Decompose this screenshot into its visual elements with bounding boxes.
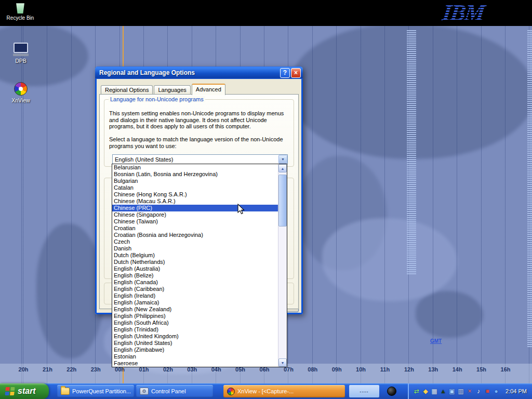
recycle-bin-icon[interactable]: Recycle Bin <box>4 2 36 21</box>
tray-icon-volume[interactable]: ♪ <box>475 383 482 399</box>
language-option[interactable]: Faeroese <box>112 360 278 367</box>
recycle-bin-label: Recycle Bin <box>4 15 36 21</box>
tab[interactable]: Advanced <box>192 84 225 95</box>
language-option[interactable]: Czech <box>112 238 278 245</box>
language-non-unicode-groupbox: Language for non-Unicode programs This s… <box>104 99 294 167</box>
hour-label: 09h <box>332 366 342 373</box>
edge-hatch-band <box>527 30 532 347</box>
combobox-value: English (United States) <box>115 156 174 163</box>
task-button-icon <box>61 388 70 395</box>
language-option[interactable]: English (Philippines) <box>112 313 278 320</box>
task-button-label: Control Panel <box>151 388 186 394</box>
disc-icon <box>387 387 396 396</box>
tray-icon-antivirus[interactable]: × <box>466 383 473 399</box>
task-button-icon <box>227 388 235 395</box>
dialog-title: Regional and Language Options <box>99 69 279 76</box>
help-button[interactable]: ? <box>280 68 290 78</box>
hour-label: 10h <box>356 366 366 373</box>
language-dropdown-list: BelarusianBosnian (Latin, Bosnia and Her… <box>112 164 287 367</box>
language-option[interactable]: Estonian <box>112 353 278 360</box>
language-option[interactable]: Belarusian <box>112 164 278 171</box>
language-option[interactable]: English (Trinidad) <box>112 326 278 333</box>
ibm-logo-stripes <box>443 0 484 26</box>
tray-icon-blue-app[interactable]: ● <box>493 383 500 399</box>
tab-strip: Regional OptionsLanguagesAdvanced <box>101 84 227 95</box>
start-button[interactable]: start <box>0 383 49 399</box>
scroll-down-icon[interactable]: ▼ <box>278 358 287 367</box>
close-button[interactable]: × <box>291 68 301 78</box>
task-button[interactable]: XnView - [<Capture-... <box>223 385 345 397</box>
hour-label: 15h <box>476 366 486 373</box>
language-option[interactable]: Chinese (Taiwan) <box>112 218 278 225</box>
language-option[interactable]: Danish <box>112 245 278 252</box>
language-option[interactable]: Chinese (Hong Kong S.A.R.) <box>112 191 278 198</box>
task-button-icon <box>140 388 149 395</box>
hour-label: 16h <box>501 366 511 373</box>
clock[interactable]: 2:04 PM <box>506 388 527 394</box>
language-option[interactable]: Dutch (Netherlands) <box>112 259 278 265</box>
tray-icon-up[interactable]: ▲ <box>440 383 447 399</box>
dialog-titlebar[interactable]: Regional and Language Options ? × <box>95 66 303 79</box>
scroll-up-icon[interactable]: ▲ <box>278 164 287 172</box>
language-option[interactable]: Chinese (PRC) <box>112 205 278 211</box>
tray-icons: ⇄◆▦▲▣▥×♪■● <box>413 383 500 399</box>
hour-label: 08h <box>308 366 317 373</box>
combobox-dropdown-arrow-icon[interactable]: ▼ <box>278 155 287 164</box>
language-option[interactable]: English (Australia) <box>112 265 278 272</box>
language-option[interactable]: English (United Kingdom) <box>112 333 278 340</box>
hour-label: 23h <box>91 366 101 373</box>
desktop-icon-dpb[interactable]: DPB <box>4 43 37 64</box>
recycle-bin-glyph <box>16 2 25 14</box>
xnview-icon <box>14 82 28 96</box>
language-option[interactable]: English (New Zealand) <box>112 306 278 313</box>
toolbar-overflow-button[interactable]: ---- <box>349 385 379 397</box>
ibm-logo: IBM <box>443 0 484 26</box>
language-option[interactable]: English (Belize) <box>112 272 278 279</box>
tray-icon-network[interactable]: ▣ <box>448 383 456 399</box>
quick-launch-segment[interactable] <box>382 385 401 397</box>
language-option[interactable]: English (South Africa) <box>112 320 278 326</box>
language-combobox[interactable]: English (United States) ▼ <box>112 154 288 164</box>
system-tray: ⇄◆▦▲▣▥×♪■● 2:04 PM <box>408 383 532 399</box>
groupbox-instruction: Select a language to match the language … <box>109 136 290 149</box>
language-option[interactable]: Croatian (Bosnia and Herzegovina) <box>112 232 278 238</box>
tray-icon-keyboard[interactable]: ▦ <box>431 383 438 399</box>
desktop-icon-label: DPB <box>4 58 37 64</box>
desktop-icon-label: XnView <box>4 97 37 103</box>
windows-flag-icon <box>5 387 15 395</box>
scrollbar-thumb[interactable] <box>278 175 287 227</box>
groupbox-description: This system setting enables non-Unicode … <box>109 110 290 130</box>
language-option[interactable]: English (Jamaica) <box>112 299 278 306</box>
language-option[interactable]: Catalan <box>112 184 278 191</box>
task-button[interactable]: Control Panel <box>136 385 213 397</box>
language-option[interactable]: Chinese (Macau S.A.R.) <box>112 198 278 205</box>
language-option[interactable]: English (Caribbean) <box>112 286 278 292</box>
task-button[interactable]: PowerQuest Partition... <box>57 385 134 397</box>
hour-label: 20h <box>19 366 29 373</box>
gmt-label: GMT <box>430 338 442 344</box>
task-buttons: PowerQuest Partition... Control Panel Xn… <box>49 383 345 399</box>
language-option[interactable]: Dutch (Belgium) <box>112 252 278 259</box>
language-option[interactable]: English (Canada) <box>112 279 278 286</box>
language-option[interactable]: English (United States) <box>112 340 278 347</box>
tray-icon-alert[interactable]: ◆ <box>422 383 429 399</box>
hour-label: 12h <box>404 366 414 373</box>
language-option[interactable]: Chinese (Singapore) <box>112 211 278 218</box>
task-button-label: XnView - [<Capture-... <box>237 388 294 394</box>
language-option[interactable]: Bosnian (Latin, Bosnia and Herzegovina) <box>112 171 278 178</box>
dropdown-scrollbar[interactable]: ▲ ▼ <box>278 164 287 367</box>
laptop-icon <box>13 43 29 56</box>
hour-label: 13h <box>428 366 438 373</box>
language-option[interactable]: Croatian <box>112 225 278 232</box>
tray-icon-grid[interactable]: ▥ <box>457 383 464 399</box>
language-option[interactable]: Bulgarian <box>112 178 278 184</box>
language-option[interactable]: English (Ireland) <box>112 292 278 299</box>
tray-icon-red-app[interactable]: ■ <box>484 383 491 399</box>
dateline-hatch-band <box>407 30 416 275</box>
desktop-icon-xnview[interactable]: XnView <box>4 82 37 103</box>
language-option[interactable]: English (Zimbabwe) <box>112 347 278 353</box>
hour-label: 21h <box>43 366 52 373</box>
hour-label: 22h <box>66 366 76 373</box>
groupbox-title: Language for non-Unicode programs <box>109 96 205 102</box>
tray-icon-sync[interactable]: ⇄ <box>413 383 420 399</box>
